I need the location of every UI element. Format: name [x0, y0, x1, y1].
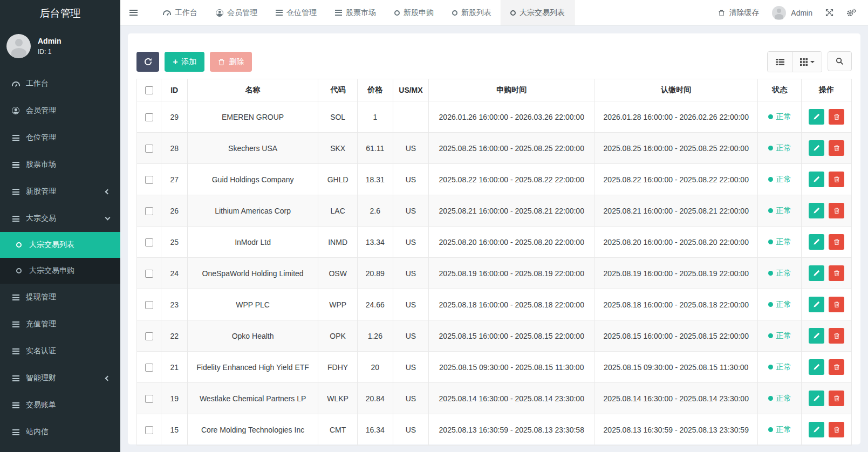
tab-icon: [276, 10, 283, 16]
navbar-right: 清除缓存 Admin: [718, 0, 868, 25]
header-market: US/MX: [393, 79, 429, 101]
cell-pay-time: 2025.08.15 16:00:00 - 2025.08.15 22:00:0…: [594, 320, 758, 352]
pencil-icon: [813, 113, 820, 120]
cell-market: US: [393, 258, 429, 289]
delete-row-button[interactable]: [829, 359, 844, 375]
sidebar-menu-item[interactable]: 仓位管理: [0, 124, 120, 151]
sidebar-menu: 工作台 会员管理 仓位管理 股票市场 新: [0, 70, 120, 446]
content-panel: 添加 删除: [128, 33, 860, 444]
fullscreen-button[interactable]: [825, 9, 833, 17]
row-checkbox[interactable]: [145, 426, 153, 434]
row-checkbox[interactable]: [145, 364, 153, 372]
trash-icon: [833, 145, 840, 152]
topnav-tab[interactable]: 会员管理: [207, 0, 266, 25]
row-checkbox[interactable]: [145, 207, 153, 215]
menu-item-icon: [12, 348, 19, 354]
cell-market: US: [393, 227, 429, 258]
delete-row-button[interactable]: [829, 109, 844, 125]
edit-row-button[interactable]: [809, 422, 824, 437]
pencil-icon: [813, 395, 820, 402]
refresh-button[interactable]: [136, 52, 159, 72]
sidebar-menu-item[interactable]: 提现管理: [0, 284, 120, 311]
row-checkbox[interactable]: [145, 301, 153, 309]
cell-id: 21: [161, 352, 187, 383]
sidebar-menu-item[interactable]: 实名认证: [0, 338, 120, 365]
delete-row-button[interactable]: [829, 328, 844, 344]
sidebar-menu-item[interactable]: 大宗交易: [0, 205, 120, 232]
sidebar-menu-item[interactable]: 股票市场: [0, 151, 120, 178]
cell-id: 27: [161, 164, 187, 195]
topnav-tab[interactable]: 股票市场: [326, 0, 385, 25]
menu-item-icon: [12, 375, 19, 381]
topnav-tab[interactable]: 大宗交易列表: [501, 0, 575, 25]
delete-row-button[interactable]: [829, 391, 844, 406]
cell-id: 29: [161, 101, 187, 133]
clear-cache-button[interactable]: 清除缓存: [718, 8, 759, 18]
delete-row-button[interactable]: [829, 172, 844, 187]
header-price: 价格: [357, 79, 393, 101]
sidebar-menu-item[interactable]: 站内信: [0, 419, 120, 446]
cell-status: 正常: [758, 195, 802, 227]
tab-icon: [510, 10, 516, 16]
select-all-checkbox[interactable]: [145, 86, 153, 94]
status-dot-icon: [768, 208, 773, 213]
delete-row-button[interactable]: [829, 234, 844, 250]
delete-row-button[interactable]: [829, 265, 844, 281]
status-dot-icon: [768, 177, 773, 182]
sidebar-menu-item[interactable]: 新股管理: [0, 178, 120, 205]
edit-row-button[interactable]: [809, 391, 824, 406]
delete-row-button[interactable]: [829, 297, 844, 312]
sidebar-menu-item[interactable]: 大宗交易申购: [0, 258, 120, 284]
topnav-tab[interactable]: 新股申购: [385, 0, 443, 25]
row-checkbox[interactable]: [145, 145, 153, 153]
edit-row-button[interactable]: [809, 109, 824, 125]
edit-row-button[interactable]: [809, 265, 824, 281]
row-checkbox[interactable]: [145, 332, 153, 340]
topnav-tab[interactable]: 工作台: [154, 0, 207, 25]
topnav-tab[interactable]: 新股列表: [443, 0, 501, 25]
cell-apply-time: 2025.08.21 16:00:00 - 2025.08.21 22:00:0…: [429, 195, 594, 227]
delete-row-button[interactable]: [829, 203, 844, 218]
edit-row-button[interactable]: [809, 140, 824, 156]
sidebar-menu-item[interactable]: 交易账单: [0, 392, 120, 419]
delete-button[interactable]: 删除: [210, 52, 252, 72]
sidebar-menu-item[interactable]: 会员管理: [0, 97, 120, 124]
edit-row-button[interactable]: [809, 359, 824, 375]
cell-actions: [802, 320, 852, 352]
settings-button[interactable]: [846, 9, 856, 17]
edit-row-button[interactable]: [809, 234, 824, 250]
sidebar-menu-item[interactable]: 大宗交易列表: [0, 232, 120, 258]
row-checkbox[interactable]: [145, 238, 153, 246]
columns-dropdown-button[interactable]: [792, 52, 822, 72]
row-checkbox[interactable]: [145, 395, 153, 403]
cell-code: SKX: [318, 133, 358, 164]
search-icon: [836, 57, 844, 65]
edit-row-button[interactable]: [809, 328, 824, 344]
topnav-tab[interactable]: 仓位管理: [266, 0, 326, 25]
sidebar-menu-item[interactable]: 工作台: [0, 70, 120, 97]
menu-item-label: 提现管理: [26, 292, 56, 302]
add-button[interactable]: 添加: [165, 52, 204, 72]
row-checkbox[interactable]: [145, 113, 153, 121]
delete-row-button[interactable]: [829, 140, 844, 156]
sidebar-toggle-button[interactable]: [120, 0, 146, 25]
navbar-user-menu[interactable]: Admin: [772, 6, 812, 20]
cell-status: 正常: [758, 227, 802, 258]
cell-price: 61.11: [357, 133, 393, 164]
cell-market: US: [393, 195, 429, 227]
edit-row-button[interactable]: [809, 172, 824, 187]
cell-code: INMD: [318, 227, 358, 258]
cell-name: WPP PLC: [187, 289, 318, 320]
row-checkbox[interactable]: [145, 270, 153, 278]
row-checkbox[interactable]: [145, 176, 153, 184]
delete-row-button[interactable]: [829, 422, 844, 437]
edit-row-button[interactable]: [809, 297, 824, 312]
sidebar-menu-item[interactable]: 智能理财: [0, 365, 120, 392]
table-row: 24 OneSpaWorld Holding Limited OSW 20.89…: [137, 258, 852, 289]
trash-icon: [218, 58, 225, 66]
sidebar-menu-item[interactable]: 充值管理: [0, 311, 120, 338]
search-button[interactable]: [828, 51, 852, 71]
list-view-button[interactable]: [768, 52, 792, 72]
trash-icon: [833, 301, 840, 308]
edit-row-button[interactable]: [809, 203, 824, 218]
